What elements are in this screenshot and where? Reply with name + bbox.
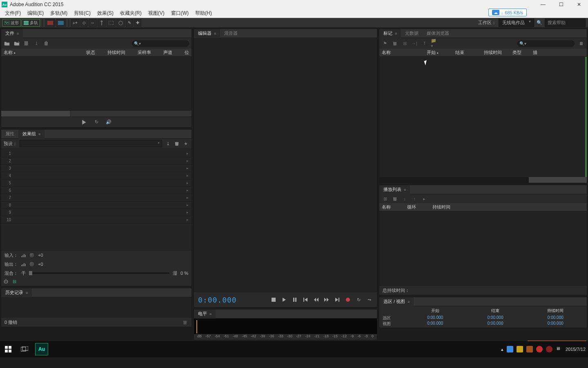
task-view-button[interactable] [19,343,30,355]
marker-tool-icon[interactable]: ⊞ [401,40,408,47]
waveform-view-button[interactable]: 波形 [2,19,21,27]
move-down-icon[interactable]: ↓ [401,195,408,202]
tray-record-icon[interactable] [536,346,543,352]
playlist-body[interactable] [379,211,587,286]
tray-up-icon[interactable]: ▴ [501,347,503,352]
panel-menu-icon[interactable]: ≡ [26,291,28,295]
input-gain-knob[interactable] [29,252,35,258]
menu-view[interactable]: 视图(V) [145,9,168,18]
markers-hscroll[interactable] [379,177,587,183]
view-end-value[interactable]: 0:00.000 [467,321,523,327]
insert-icon[interactable]: ⤓ [33,40,40,47]
heal-tool-button[interactable]: ✚ [134,19,141,27]
marker-filter-icon[interactable]: ≣ [578,40,584,47]
menu-help[interactable]: 帮助(H) [192,9,215,18]
move-tool-button[interactable]: ▹+ [71,19,80,27]
delete-preset-icon[interactable] [174,140,180,147]
add-marker-icon[interactable]: ⚑ [382,40,388,47]
menu-multitrack[interactable]: 多轨(M) [47,9,71,18]
close-button[interactable]: ✕ [570,0,588,9]
level-meter[interactable]: dB-57-54-51-48-45-42-39-36-33-30-27-24-2… [194,319,377,340]
tab-mixer[interactable]: 混音器 [220,29,242,38]
fx-slot[interactable]: 1▸ [1,150,192,157]
record-button[interactable] [344,296,352,303]
panel-menu-icon[interactable]: ≡ [395,31,397,36]
panel-menu-icon[interactable]: ≡ [404,188,406,192]
workspace-dropdown[interactable]: 无线电作品 [499,18,534,27]
start-button[interactable] [2,343,14,355]
spectral-freq-button[interactable] [45,19,55,27]
markers-column-headers[interactable]: 名称 开始▴ 结束 持续时间 类型 描 [379,49,587,57]
fx-slot[interactable]: 4▸ [1,172,192,180]
tray-date[interactable]: 2015/7/12 [566,347,586,352]
tab-history[interactable]: 历史记录≡ [1,288,32,297]
loop-preview-button[interactable]: ↻ [93,119,100,126]
editor-canvas[interactable] [194,38,377,292]
input-gain-value[interactable]: +0 [38,253,43,258]
tab-playlist[interactable]: 播放列表≡ [379,185,410,194]
maximize-button[interactable]: ☐ [552,0,570,9]
tray-app-icon[interactable] [526,346,533,352]
tab-effects-rack[interactable]: 效果组≡ [18,130,45,139]
delete-icon[interactable] [43,40,49,47]
tab-media-browser[interactable]: 媒体浏览器 [423,29,453,38]
tab-markers[interactable]: 标记≡ [379,29,401,38]
search-icon[interactable]: 🔍 [537,20,542,25]
fx-slot[interactable]: 7▸ [1,194,192,202]
menu-window[interactable]: 窗口(W) [168,9,192,18]
taskbar-audition-icon[interactable]: Au [35,343,48,355]
tray-monitor-icon[interactable]: 🖥 [556,346,562,352]
play-button[interactable] [281,296,288,303]
skip-selection-button[interactable]: ⤳ [365,296,373,303]
multitrack-view-button[interactable]: 多轨 [22,19,40,27]
history-list[interactable] [1,297,192,318]
tab-levels[interactable]: 电平≡ [194,310,216,319]
files-column-headers[interactable]: 名称▴ 状态 持续时间 采样率 声道 位 [1,49,192,57]
mix-value[interactable]: 0 % [180,271,188,276]
files-search-input[interactable]: 🔍▾ [132,40,189,47]
rack-chain-icon[interactable]: ⊟ [13,279,18,285]
play-playlist-icon[interactable]: ▸ [421,195,428,202]
view-duration-value[interactable]: 0:00.000 [528,321,584,327]
tray-app-icon[interactable] [507,346,513,352]
add-to-playlist-icon[interactable]: ⊞ [382,195,388,202]
playlist-column-headers[interactable]: 名称 循环 持续时间 [379,203,587,211]
selection-end-value[interactable]: 0:00.000 [467,315,523,321]
tab-editor[interactable]: 编辑器≡ [194,29,220,38]
files-list-body[interactable] [1,57,192,111]
markers-search-input[interactable]: 🔍▾ [517,40,575,47]
stop-button[interactable] [270,296,277,303]
fx-slot[interactable]: 6▸ [1,187,192,194]
timecode-display[interactable]: 0:00.000 [198,296,237,304]
fx-slot[interactable]: 10▸ [1,216,192,224]
go-to-start-button[interactable] [302,296,309,303]
panel-menu-icon[interactable]: ≡ [214,31,216,36]
play-preview-button[interactable] [81,119,87,126]
tray-app-icon[interactable] [546,346,552,352]
pause-button[interactable] [291,296,298,303]
tab-metadata[interactable]: 元数据 [401,29,423,38]
razor-tool-button[interactable]: ◇ [80,19,88,27]
remove-from-playlist-icon[interactable] [392,195,398,202]
fx-slot[interactable]: 5▸ [1,180,192,187]
help-search-input[interactable]: 搜索帮助 [545,18,586,27]
menu-favorites[interactable]: 收藏夹(R) [117,9,145,18]
lasso-tool-button[interactable]: ◯ [116,19,125,27]
slip-tool-button[interactable]: ↔ [89,19,97,27]
tab-files[interactable]: 文件≡ [1,29,23,38]
windows-taskbar[interactable]: Au ▴ 🖥 2015/7/12 [0,341,588,357]
preset-dropdown[interactable] [20,140,162,147]
open-file-icon[interactable] [4,40,10,47]
view-start-value[interactable]: 0:00.000 [407,321,463,327]
mix-slider[interactable] [29,272,169,274]
import-icon[interactable] [13,40,20,47]
autoplay-icon[interactable]: 🔊 [105,119,112,126]
fx-slot[interactable]: 3▸ [1,165,192,172]
minimize-button[interactable]: — [534,0,552,9]
marker-folder-icon[interactable]: 📁▾ [431,40,437,47]
marquee-tool-button[interactable] [107,19,116,27]
panel-menu-icon[interactable]: ≡ [17,31,19,36]
export-markers-icon[interactable]: ⤒ [421,40,428,47]
menu-edit[interactable]: 编辑(E) [24,9,47,18]
output-gain-knob[interactable] [29,261,35,267]
